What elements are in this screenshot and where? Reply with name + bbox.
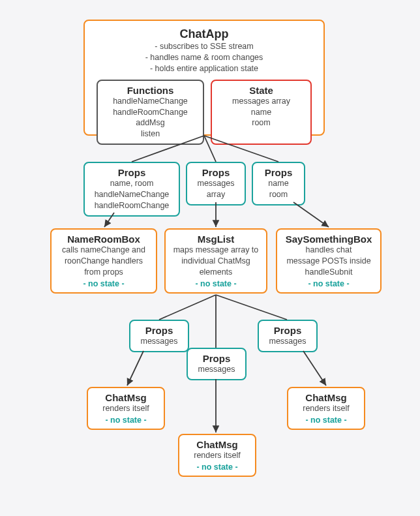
state-box: State messages array name room [211,80,312,145]
chatmsg-right-line: renders itself [293,403,359,414]
state-title: State [217,85,305,96]
msglist: MsgList maps message array to individual… [164,228,267,294]
props-left: Props name, room handleNameChange handle… [83,162,180,217]
msgprops-left: Props messages [129,320,189,352]
chatapp-line-2: - holds entire application state [93,63,316,74]
props-mid-item-0: messages [192,178,239,189]
chatmsg-right-title: ChatMsg [293,392,359,403]
chatmsg-left-title: ChatMsg [93,392,158,403]
saysomethingbox-title: SaySomethingBox [282,234,375,245]
msglist-line-2: elements [171,267,261,278]
msglist-nostate: - no state - [171,279,261,288]
msgprops-right-item: messages [264,336,311,347]
props-left-item-1: handleNameChange [90,189,173,200]
nameroombox-line-1: roonChange handlers [57,256,151,267]
chatmsg-left: ChatMsg renders itself - no state - [87,387,165,430]
functions-box: Functions handleNameChange handleRoomCha… [97,80,204,145]
functions-item-1: handleRoomChange [103,107,198,118]
chatmsg-right: ChatMsg renders itself - no state - [287,387,365,430]
props-right: Props name room [252,162,305,205]
props-right-title: Props [258,167,299,178]
functions-title: Functions [103,85,198,96]
chatmsg-mid: ChatMsg renders itself - no state - [178,434,256,477]
functions-item-0: handleNameChange [103,96,198,107]
msglist-line-1: individual ChatMsg [171,256,261,267]
functions-item-3: listen [103,129,198,140]
props-left-item-0: name, room [90,178,173,189]
chatapp-box: ChatApp - subscribes to SSE stream - han… [83,20,325,136]
props-left-item-2: handleRoomChange [90,200,173,211]
functions-item-2: addMsg [103,117,198,129]
msglist-title: MsgList [171,234,261,245]
chatapp-line-1: - handles name & room changes [93,52,316,63]
props-mid-title: Props [192,167,239,178]
chatmsg-mid-line: renders itself [185,450,250,461]
nameroombox-nostate: - no state - [57,279,151,288]
props-right-item-1: room [258,189,299,200]
msgprops-mid-title: Props [193,353,240,364]
nameroombox: NameRoomBox calls nameChange and roonCha… [50,228,157,294]
chatmsg-mid-title: ChatMsg [185,439,250,450]
props-mid-item-1: array [192,189,239,200]
chatmsg-left-line: renders itself [93,403,158,414]
props-left-title: Props [90,167,173,178]
chatmsg-mid-nostate: - no state - [185,463,250,472]
saysomethingbox-nostate: - no state - [282,279,375,288]
state-item-2: room [217,117,305,129]
msglist-line-0: maps message array to [171,245,261,256]
state-item-0: messages array [217,96,305,107]
msgprops-mid-item: messages [193,364,240,375]
saysomethingbox-line-0: handles chat [282,245,375,256]
nameroombox-title: NameRoomBox [57,234,151,245]
chatmsg-left-nostate: - no state - [93,416,158,425]
nameroombox-line-0: calls nameChange and [57,245,151,256]
saysomethingbox-line-1: message POSTs inside [282,256,375,267]
msgprops-right: Props messages [258,320,318,352]
msgprops-mid: Props messages [187,348,247,380]
chatapp-line-0: - subscribes to SSE stream [93,41,316,52]
props-right-item-0: name [258,178,299,189]
saysomethingbox: SaySomethingBox handles chat message POS… [276,228,382,294]
msgprops-left-title: Props [136,325,183,336]
chatmsg-right-nostate: - no state - [293,416,359,425]
msgprops-right-title: Props [264,325,311,336]
chatapp-title: ChatApp [93,27,316,41]
state-item-1: name [217,107,305,118]
nameroombox-line-2: from props [57,267,151,278]
saysomethingbox-line-2: handleSubnit [282,267,375,278]
props-mid: Props messages array [186,162,246,205]
msgprops-left-item: messages [136,336,183,347]
